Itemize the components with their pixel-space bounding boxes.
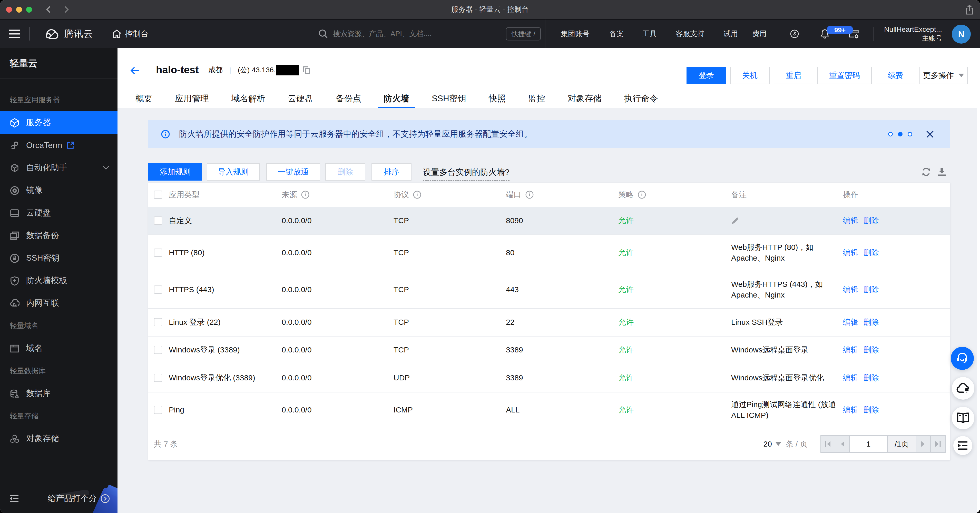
docs-button[interactable] xyxy=(952,407,974,429)
cloud-alarm-button[interactable] xyxy=(952,377,974,400)
sidebar-item-server[interactable]: 服务器 xyxy=(0,111,118,134)
tencent-cloud-logo[interactable]: 腾讯云 xyxy=(44,28,93,40)
nav-link-trial[interactable]: 试用 xyxy=(724,19,738,48)
tab-云硬盘[interactable]: 云硬盘 xyxy=(282,89,320,108)
history-forward-icon[interactable] xyxy=(62,5,70,14)
delete-rule-link[interactable]: 删除 xyxy=(864,373,879,383)
row-checkbox[interactable] xyxy=(154,286,162,294)
delete-rule-link[interactable]: 删除 xyxy=(864,317,879,327)
nav-link-billing[interactable]: 费用 xyxy=(752,19,767,48)
last-page-button[interactable] xyxy=(931,436,945,452)
task-list-button[interactable] xyxy=(953,436,972,455)
zoom-window-button[interactable] xyxy=(26,7,32,13)
nav-link-icp[interactable]: 备案 xyxy=(609,19,624,48)
shutdown-button[interactable]: 关机 xyxy=(730,67,770,84)
add-rule-button[interactable]: 添加规则 xyxy=(148,163,202,181)
refresh-icon[interactable] xyxy=(921,167,931,176)
sidebar-item-sshkey[interactable]: SSH密钥 xyxy=(0,247,118,269)
back-icon[interactable] xyxy=(130,67,139,75)
download-icon[interactable] xyxy=(937,167,946,176)
user-account[interactable]: NullHeartExcept... 主账号 xyxy=(883,19,942,48)
delete-rule-link[interactable]: 删除 xyxy=(864,216,879,226)
history-back-icon[interactable] xyxy=(45,5,53,14)
nav-link-tools[interactable]: 工具 xyxy=(643,19,657,48)
delete-button[interactable]: 删除 xyxy=(325,163,365,181)
global-search[interactable]: 搜索资源、产品、API、文档.... xyxy=(319,19,431,48)
sidebar-item-fwtpl[interactable]: 防火墙模板 xyxy=(0,269,118,292)
tab-监控[interactable]: 监控 xyxy=(522,89,551,108)
sidebar-item-backup[interactable]: 数据备份 xyxy=(0,224,118,247)
restart-button[interactable]: 重启 xyxy=(774,67,813,84)
row-checkbox[interactable] xyxy=(154,346,162,354)
page-size-select[interactable]: 20 xyxy=(764,440,781,448)
row-checkbox[interactable] xyxy=(154,318,162,326)
edit-rule-link[interactable]: 编辑 xyxy=(843,373,858,383)
nav-link-support[interactable]: 客服支持 xyxy=(676,19,705,48)
share-icon[interactable] xyxy=(965,5,974,15)
nav-link-group-account[interactable]: 集团账号 xyxy=(561,19,590,48)
prev-page-button[interactable] xyxy=(835,436,850,452)
edit-rule-link[interactable]: 编辑 xyxy=(843,216,858,226)
sidebar-item-automation[interactable]: 自动化助手 xyxy=(0,156,118,179)
console-home-link[interactable]: 控制台 xyxy=(112,29,148,39)
collapse-sidebar-icon[interactable] xyxy=(10,495,19,502)
edit-rule-link[interactable]: 编辑 xyxy=(843,345,858,355)
support-chat-button[interactable] xyxy=(951,347,974,370)
delete-rule-link[interactable]: 删除 xyxy=(864,284,879,295)
sort-button[interactable]: 排序 xyxy=(371,163,412,181)
tab-防火墙[interactable]: 防火墙 xyxy=(378,89,415,108)
tab-域名解析[interactable]: 域名解析 xyxy=(225,89,271,108)
tab-备份点[interactable]: 备份点 xyxy=(330,89,368,108)
close-window-button[interactable] xyxy=(6,7,12,13)
select-all-checkbox[interactable] xyxy=(154,191,162,199)
source-info-icon[interactable] xyxy=(301,191,309,199)
next-page-button[interactable] xyxy=(916,436,931,452)
delete-rule-link[interactable]: 删除 xyxy=(864,345,879,355)
sidebar-item-image[interactable]: 镜像 xyxy=(0,179,118,202)
tab-应用管理[interactable]: 应用管理 xyxy=(169,89,215,108)
scrollbar-track[interactable] xyxy=(977,48,980,513)
feedback-icon[interactable] xyxy=(790,30,799,38)
banner-dot-3[interactable] xyxy=(908,132,912,137)
protocol-info-icon[interactable] xyxy=(413,191,421,199)
page-number-input[interactable]: 1 xyxy=(850,436,888,452)
login-button[interactable]: 登录 xyxy=(687,67,726,84)
sidebar-item-orcaterm[interactable]: OrcaTerm xyxy=(0,134,118,156)
policy-info-icon[interactable] xyxy=(638,191,646,199)
tab-快照[interactable]: 快照 xyxy=(482,89,512,108)
sidebar-item-database[interactable]: 数据库 xyxy=(0,382,118,405)
edit-rule-link[interactable]: 编辑 xyxy=(843,248,858,258)
rate-product-button[interactable]: 给产品打个分 xyxy=(48,493,110,504)
avatar[interactable]: N xyxy=(952,25,971,44)
edit-rule-link[interactable]: 编辑 xyxy=(843,284,858,295)
import-rule-button[interactable]: 导入规则 xyxy=(207,163,259,181)
renew-button[interactable]: 续费 xyxy=(876,67,915,84)
first-page-button[interactable] xyxy=(821,436,835,452)
row-checkbox[interactable] xyxy=(154,249,162,257)
delete-rule-link[interactable]: 删除 xyxy=(864,248,879,258)
tab-对象存储[interactable]: 对象存储 xyxy=(562,89,608,108)
menu-hamburger-icon[interactable] xyxy=(9,30,20,38)
tab-执行命令[interactable]: 执行命令 xyxy=(618,89,664,108)
port-info-icon[interactable] xyxy=(525,191,534,199)
sidebar-item-cos[interactable]: 对象存储 xyxy=(0,427,118,450)
sidebar-item-network[interactable]: 内网互联 xyxy=(0,292,118,314)
banner-close-icon[interactable] xyxy=(926,130,934,138)
sidebar-item-domain[interactable]: 域名 xyxy=(0,337,118,360)
more-actions-button[interactable]: 更多操作 xyxy=(920,67,968,84)
banner-dot-2[interactable] xyxy=(898,132,902,137)
reset-password-button[interactable]: 重置密码 xyxy=(817,67,872,84)
multi-instance-firewall-link[interactable]: 设置多台实例的防火墙? xyxy=(423,167,509,181)
banner-dot-1[interactable] xyxy=(888,132,893,137)
minimize-window-button[interactable] xyxy=(16,7,22,13)
sidebar-item-disk[interactable]: 云硬盘 xyxy=(0,202,118,224)
edit-note-pencil-icon[interactable] xyxy=(731,216,739,225)
edit-rule-link[interactable]: 编辑 xyxy=(843,317,858,327)
tab-SSH密钥[interactable]: SSH密钥 xyxy=(426,89,472,108)
edit-rule-link[interactable]: 编辑 xyxy=(843,405,858,415)
open-all-button[interactable]: 一键放通 xyxy=(266,163,320,181)
row-checkbox[interactable] xyxy=(154,406,162,414)
row-checkbox[interactable] xyxy=(154,216,162,225)
delete-rule-link[interactable]: 删除 xyxy=(864,405,879,415)
row-checkbox[interactable] xyxy=(154,374,162,382)
